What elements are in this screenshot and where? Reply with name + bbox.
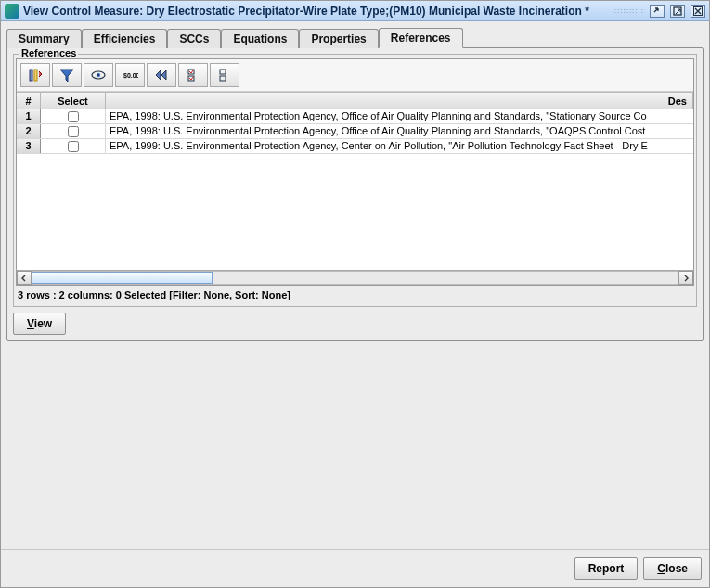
view-eye-icon[interactable]	[84, 63, 113, 87]
row-number: 3	[17, 139, 41, 153]
tab-references[interactable]: References	[379, 28, 463, 48]
table-body: 1 EPA, 1998: U.S. Environmental Protecti…	[17, 109, 693, 270]
svg-rect-11	[220, 76, 226, 81]
app-icon	[5, 4, 19, 19]
scroll-track[interactable]	[32, 271, 678, 285]
view-button-row: View	[13, 307, 697, 335]
table-toolbar: $0.00	[17, 59, 693, 92]
tab-efficiencies[interactable]: Efficiencies	[82, 29, 168, 48]
tabs-row: Summary Efficiencies SCCs Equations Prop…	[6, 27, 704, 47]
rewind-icon[interactable]	[147, 63, 176, 87]
col-header-num[interactable]: #	[17, 93, 41, 109]
references-fieldset: References $0.00	[13, 54, 697, 307]
row-desc: EPA, 1998: U.S. Environmental Protection…	[106, 109, 693, 123]
sort-columns-icon[interactable]	[20, 63, 50, 87]
col-header-desc[interactable]: Des	[106, 93, 693, 109]
svg-text:$0.00: $0.00	[123, 72, 138, 80]
row-select-cell	[41, 124, 106, 138]
horizontal-scrollbar[interactable]	[17, 270, 693, 285]
scroll-thumb[interactable]	[32, 272, 213, 284]
content-area: Summary Efficiencies SCCs Equations Prop…	[1, 21, 709, 549]
select-all-icon[interactable]	[178, 63, 208, 87]
filter-icon[interactable]	[52, 63, 82, 87]
view-mnemonic: V	[27, 317, 34, 330]
row-desc: EPA, 1998: U.S. Environmental Protection…	[106, 124, 693, 138]
maximize-button[interactable]	[670, 5, 685, 18]
table-row[interactable]: 3 EPA, 1999: U.S. Environmental Protecti…	[17, 139, 693, 154]
references-table: # Select Des 1 EPA, 1998: U.S. Environme…	[17, 92, 693, 285]
close-post: lose	[665, 562, 688, 575]
view-button[interactable]: View	[13, 313, 66, 335]
tab-equations[interactable]: Equations	[221, 29, 299, 48]
detach-button[interactable]	[650, 5, 665, 18]
tab-summary[interactable]: Summary	[6, 29, 82, 48]
tab-sccs[interactable]: SCCs	[167, 29, 221, 48]
close-mnemonic: C	[657, 562, 665, 575]
table-status: 3 rows : 2 columns: 0 Selected [Filter: …	[16, 286, 694, 304]
spacer	[6, 341, 704, 543]
row-select-cell	[41, 139, 106, 153]
tab-properties[interactable]: Properties	[299, 29, 378, 48]
row-select-cell	[41, 109, 106, 123]
svg-rect-2	[30, 70, 32, 81]
table-container: $0.00 # Select	[16, 58, 694, 286]
scroll-right-icon[interactable]	[678, 271, 693, 285]
svg-point-6	[97, 74, 99, 76]
row-desc: EPA, 1999: U.S. Environmental Protection…	[106, 139, 693, 153]
title-overflow-dots: ::::::::::	[614, 6, 644, 15]
svg-rect-10	[220, 70, 226, 74]
scroll-left-icon[interactable]	[17, 271, 32, 285]
row-number: 2	[17, 124, 41, 138]
report-button[interactable]: Report	[574, 557, 639, 580]
window-title: View Control Measure: Dry Electrostatic …	[23, 5, 611, 18]
bottom-bar: Report Close	[1, 549, 709, 587]
col-header-select[interactable]: Select	[41, 93, 106, 109]
close-window-button[interactable]	[691, 5, 705, 18]
close-button[interactable]: Close	[643, 557, 702, 580]
fieldset-legend: References	[19, 47, 78, 58]
row-checkbox[interactable]	[68, 126, 79, 137]
select-none-icon[interactable]	[210, 63, 239, 87]
table-row[interactable]: 1 EPA, 1998: U.S. Environmental Protecti…	[17, 109, 693, 124]
row-checkbox[interactable]	[68, 141, 79, 152]
dialog-window: View Control Measure: Dry Electrostatic …	[0, 0, 710, 588]
view-post: iew	[34, 317, 52, 330]
row-number: 1	[17, 109, 41, 123]
tab-panel: References $0.00	[6, 47, 704, 341]
row-checkbox[interactable]	[68, 111, 79, 122]
svg-rect-3	[34, 70, 37, 81]
table-header: # Select Des	[17, 93, 693, 109]
format-price-icon[interactable]: $0.00	[115, 63, 145, 87]
titlebar: View Control Measure: Dry Electrostatic …	[1, 1, 709, 21]
table-row[interactable]: 2 EPA, 1998: U.S. Environmental Protecti…	[17, 124, 693, 139]
